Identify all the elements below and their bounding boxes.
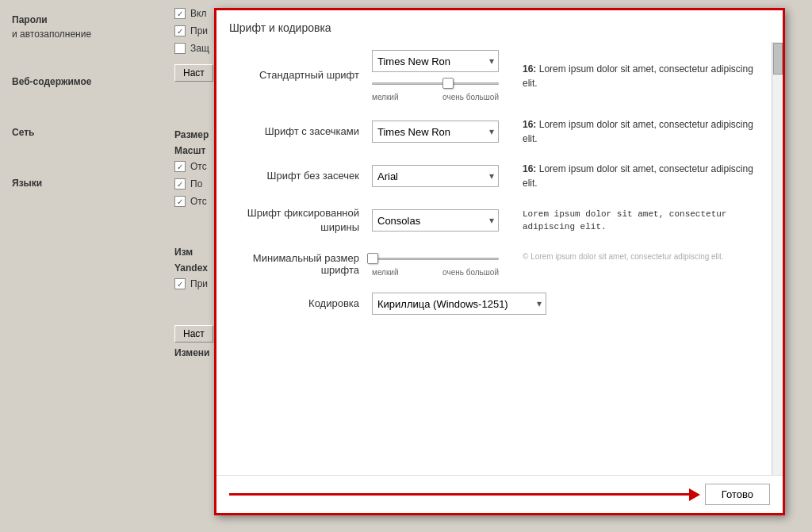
bg-text-2: При [190, 25, 208, 36]
mono-font-select-wrapper[interactable]: Consolas [372, 209, 499, 232]
modal-footer: Готово [216, 475, 783, 513]
min-size-slider-labels: мелкий очень большой [372, 268, 499, 277]
encoding-row: Кодировка Кириллица (Windows-1251) [229, 293, 770, 315]
font-encoding-modal: Шрифт и кодировка Стандартный шрифт Time… [214, 8, 785, 515]
serif-font-label: Шрифт с засечками [229, 124, 372, 139]
standard-font-preview-size: 16 [523, 63, 533, 75]
mono-font-select[interactable]: Consolas [372, 209, 499, 232]
sans-font-preview-size: 16 [523, 163, 533, 174]
standard-font-slider: мелкий очень большой [372, 75, 499, 101]
bg-checkbox-6: ✓ [174, 196, 186, 207]
sidebar-languages-label: Языки [12, 178, 155, 189]
standard-font-select[interactable]: Times New Ron [372, 50, 499, 72]
sidebar-network: Сеть [0, 121, 167, 147]
sans-font-select-wrapper[interactable]: Arial [372, 165, 499, 187]
bg-text-4: Отс [190, 161, 207, 172]
bg-checkbox-4: ✓ [174, 161, 186, 172]
bg-checkbox-7: ✓ [174, 278, 186, 289]
done-button[interactable]: Готово [705, 484, 770, 505]
standard-font-slider-min: мелкий [372, 93, 399, 101]
encoding-select-wrapper[interactable]: Кириллица (Windows-1251) [372, 293, 546, 315]
standard-font-preview: 16: Lorem ipsum dolor sit amet, consecte… [507, 62, 770, 90]
sidebar-languages: Языки [0, 171, 167, 198]
min-size-slider-track[interactable] [372, 251, 499, 266]
sans-font-preview: 16: Lorem ipsum dolor sit amet, consecte… [507, 162, 770, 190]
standard-font-preview-text: Lorem ipsum dolor sit amet, consectetur … [523, 63, 753, 89]
bg-checkbox-1: ✓ [174, 8, 186, 19]
sidebar-webcontent: Веб-содержимое [0, 70, 167, 97]
min-size-slider-max: очень большой [442, 268, 499, 277]
sidebar-network-label: Сеть [12, 127, 155, 138]
mono-font-row: Шрифт фиксированной ширины Consolas Lore… [229, 206, 770, 235]
bg-text-1: Вкл [190, 8, 206, 19]
serif-font-preview-text: Lorem ipsum dolor sit amet, consectetur … [523, 119, 753, 144]
encoding-control: Кириллица (Windows-1251) [372, 293, 507, 315]
sans-font-preview-text: Lorem ipsum dolor sit amet, consectetur … [523, 163, 753, 189]
mono-font-label: Шрифт фиксированной ширины [229, 206, 372, 235]
min-size-preview-text: © Lorem ipsum dolor sit amet, consectetu… [523, 252, 724, 261]
min-size-row: Минимальный размер шрифта мелкий очень б… [229, 251, 770, 277]
standard-font-with-slider: Times New Ron мелкий очень большой [372, 50, 507, 101]
sans-font-control: Arial [372, 165, 507, 187]
standard-font-slider-track[interactable] [372, 75, 499, 91]
standard-font-row: Стандартный шрифт Times New Ron [229, 50, 770, 101]
serif-font-preview: 16: Lorem ipsum dolor sit amet, consecte… [507, 117, 770, 146]
modal-scrollbar[interactable] [772, 42, 783, 475]
settings-sidebar: Пароли и автозаполнение Веб-содержимое С… [0, 0, 167, 532]
bg-button-nast[interactable]: Наст [174, 64, 213, 82]
sidebar-webcontent-label: Веб-содержимое [12, 76, 155, 87]
standard-font-label: Стандартный шрифт [229, 68, 372, 82]
serif-font-select-wrapper[interactable]: Times New Ron [372, 121, 499, 143]
encoding-label: Кодировка [229, 297, 372, 311]
serif-font-control: Times New Ron [372, 121, 507, 143]
sans-font-label: Шрифт без засечек [229, 169, 372, 183]
sans-font-select[interactable]: Arial [372, 165, 499, 187]
bg-checkbox-5: ✓ [174, 178, 186, 189]
min-size-slider-container: мелкий очень большой [372, 251, 499, 277]
bg-checkbox-2: ✓ [174, 25, 186, 36]
standard-font-select-wrapper[interactable]: Times New Ron [372, 50, 499, 72]
bg-text-5: По [190, 178, 202, 189]
serif-font-row: Шрифт с засечками Times New Ron 16: Lore… [229, 117, 770, 146]
min-size-slider-min: мелкий [372, 268, 399, 277]
arrow-head [689, 488, 700, 501]
standard-font-slider-labels: мелкий очень большой [372, 93, 499, 101]
footer-arrow [229, 488, 700, 501]
standard-font-control: Times New Ron мелкий очень большой [372, 50, 507, 101]
sidebar-passwords-sublabel: и автозаполнение [12, 29, 91, 40]
bg-checkbox-3 [174, 43, 186, 54]
mono-font-control: Consolas [372, 209, 507, 232]
standard-font-slider-line [372, 82, 499, 85]
encoding-select[interactable]: Кириллица (Windows-1251) [372, 293, 546, 315]
standard-font-slider-thumb[interactable] [442, 78, 454, 89]
modal-body: Стандартный шрифт Times New Ron [216, 42, 783, 475]
bg-text-6: Отс [190, 196, 207, 207]
min-size-slider-thumb[interactable] [367, 253, 378, 264]
standard-font-slider-max: очень большой [442, 93, 499, 101]
serif-font-preview-size: 16 [523, 119, 533, 130]
mono-font-preview-text: Lorem ipsum dolor sit amet, consectetur … [523, 209, 726, 232]
min-size-label: Минимальный размер шрифта [229, 251, 372, 276]
min-size-control: мелкий очень большой [372, 251, 507, 277]
sidebar-passwords: Пароли и автозаполнение [0, 8, 167, 46]
arrow-line-body [229, 493, 689, 496]
sans-font-row: Шрифт без засечек Arial 16: Lorem ipsum … [229, 162, 770, 190]
bg-text-3: Защ [190, 43, 209, 54]
modal-title: Шрифт и кодировка [216, 10, 783, 42]
sidebar-passwords-label: Пароли [12, 14, 155, 25]
serif-font-select[interactable]: Times New Ron [372, 121, 499, 143]
bg-button-nast2[interactable]: Наст [174, 325, 213, 343]
standard-font-preview-colon: : [533, 63, 538, 75]
bg-text-7: При [190, 278, 208, 289]
min-size-preview: © Lorem ipsum dolor sit amet, consectetu… [507, 251, 770, 262]
mono-font-preview: Lorem ipsum dolor sit amet, consectetur … [507, 208, 770, 234]
min-size-slider-line [372, 258, 499, 260]
modal-scrollbar-thumb[interactable] [773, 43, 783, 75]
